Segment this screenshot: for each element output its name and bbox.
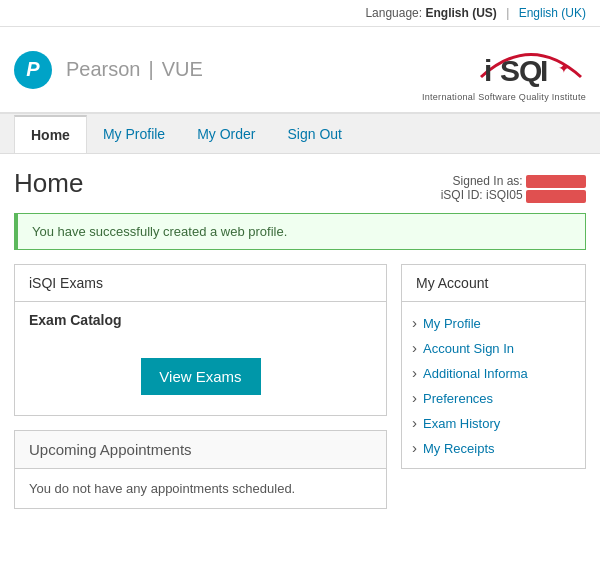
view-exams-button[interactable]: View Exams bbox=[141, 358, 261, 395]
my-account-link[interactable]: My Receipts bbox=[412, 435, 575, 460]
upcoming-body: You do not have any appointments schedul… bbox=[15, 469, 386, 508]
my-account-links: My ProfileAccount Sign InAdditional Info… bbox=[402, 302, 585, 468]
svg-text:I: I bbox=[540, 54, 548, 87]
isqi-exams-body: Exam Catalog View Exams bbox=[15, 302, 386, 415]
svg-text:S: S bbox=[500, 54, 520, 87]
isqi-exams-card: iSQI Exams Exam Catalog View Exams bbox=[14, 264, 387, 416]
isqi-exams-header: iSQI Exams bbox=[15, 265, 386, 302]
pearson-logo: P Pearson|VUE bbox=[14, 51, 207, 89]
svg-text:✦: ✦ bbox=[558, 60, 570, 76]
my-account-card: My Account My ProfileAccount Sign InAddi… bbox=[401, 264, 586, 469]
site-header: P Pearson|VUE i S Q I ✦ International So… bbox=[0, 27, 600, 114]
main-content: Home Signed In as: iSQI ID: iSQI05 You h… bbox=[0, 154, 600, 509]
language-bar: Language: English (US) | English (UK) bbox=[0, 0, 600, 27]
my-account-link[interactable]: Account Sign In bbox=[412, 335, 575, 360]
pearson-p-icon: P bbox=[14, 51, 52, 89]
signed-in-info: Signed In as: iSQI ID: iSQI05 bbox=[441, 174, 586, 203]
lang-english-uk[interactable]: English (UK) bbox=[519, 6, 586, 20]
upcoming-appointments-card: Upcoming Appointments You do not have an… bbox=[14, 430, 387, 509]
page-title: Home bbox=[14, 168, 83, 199]
isqi-id-redacted bbox=[526, 190, 586, 203]
pearson-vue-text: Pearson|VUE bbox=[62, 58, 207, 81]
isqi-id: iSQI ID: iSQI05 bbox=[441, 188, 523, 202]
left-column: iSQI Exams Exam Catalog View Exams Upcom… bbox=[14, 264, 387, 509]
upcoming-header: Upcoming Appointments bbox=[15, 431, 386, 469]
page-header: Home Signed In as: iSQI ID: iSQI05 bbox=[14, 168, 586, 203]
nav-home[interactable]: Home bbox=[14, 115, 87, 153]
two-column-layout: iSQI Exams Exam Catalog View Exams Upcom… bbox=[14, 264, 586, 509]
isqi-logo: i S Q I ✦ International Software Quality… bbox=[422, 37, 586, 102]
lang-separator: | bbox=[506, 6, 509, 20]
right-column: My Account My ProfileAccount Sign InAddi… bbox=[401, 264, 586, 509]
svg-text:i: i bbox=[484, 54, 492, 87]
isqi-subtitle: International Software Quality Institute bbox=[422, 92, 586, 102]
my-account-link[interactable]: Additional Informa bbox=[412, 360, 575, 385]
my-account-header: My Account bbox=[402, 265, 585, 302]
isqi-arc-svg: i S Q I ✦ bbox=[476, 37, 586, 87]
my-account-link[interactable]: My Profile bbox=[412, 310, 575, 335]
language-label: Language: bbox=[365, 6, 422, 20]
my-account-link[interactable]: Preferences bbox=[412, 385, 575, 410]
nav-my-profile[interactable]: My Profile bbox=[87, 116, 181, 152]
signed-in-label: Signed In as: bbox=[453, 174, 523, 188]
success-message: You have successfully created a web prof… bbox=[14, 213, 586, 250]
exam-catalog-label: Exam Catalog bbox=[29, 312, 372, 328]
my-account-link[interactable]: Exam History bbox=[412, 410, 575, 435]
nav-my-order[interactable]: My Order bbox=[181, 116, 271, 152]
username-redacted bbox=[526, 175, 586, 188]
nav-sign-out[interactable]: Sign Out bbox=[271, 116, 357, 152]
nav-bar: Home My Profile My Order Sign Out bbox=[0, 114, 600, 154]
lang-english-us[interactable]: English (US) bbox=[425, 6, 496, 20]
svg-text:Q: Q bbox=[519, 54, 542, 87]
